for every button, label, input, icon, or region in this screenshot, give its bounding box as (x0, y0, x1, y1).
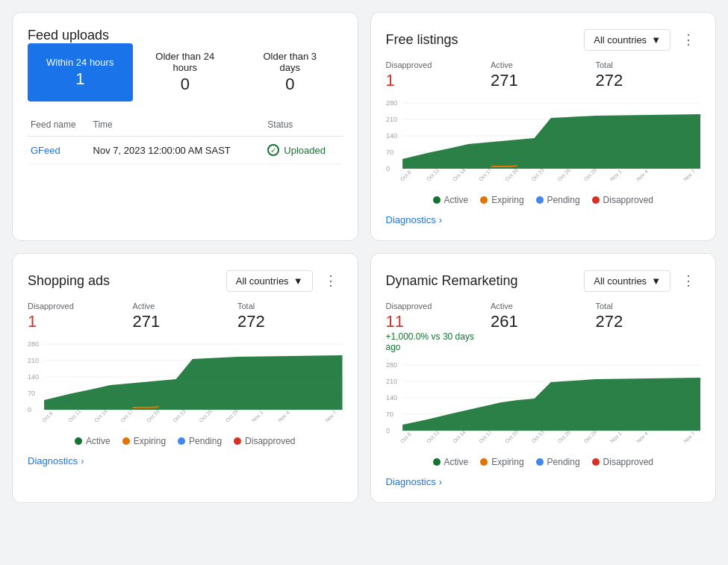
pending-dot (536, 458, 544, 466)
feed-status: ✓ Uploaded (267, 144, 339, 156)
dynamic-remarketing-disapproved: Disapproved 11 +1,000.0% vs 30 days ago (386, 302, 491, 352)
svg-text:280: 280 (386, 99, 397, 107)
svg-text:Oct 14: Oct 14 (93, 408, 108, 423)
dynamic-remarketing-more-button[interactable]: ⋮ (676, 269, 700, 293)
shopping-ads-country-dropdown[interactable]: All countries ▼ (226, 270, 313, 292)
feed-name-link[interactable]: GFeed (31, 145, 60, 156)
pending-dot (178, 437, 185, 445)
chevron-down-icon: ▼ (293, 275, 303, 287)
shopping-ads-card: Shopping ads All countries ▼ ⋮ Disapprov… (12, 253, 358, 503)
dynamic-remarketing-active: Active 261 (491, 302, 596, 352)
svg-text:Oct 29: Oct 29 (582, 167, 597, 182)
table-row: GFeed Nov 7, 2023 12:00:00 AM SAST ✓ Upl… (28, 137, 343, 164)
svg-text:Oct 23: Oct 23 (172, 408, 187, 423)
legend-active: Active (433, 457, 469, 467)
free-listings-disapproved: Disapproved 1 (386, 60, 491, 90)
free-listings-legend: Active Expiring Pending Disapproved (386, 195, 701, 205)
svg-text:Oct 26: Oct 26 (199, 408, 214, 423)
svg-text:Nov 7: Nov 7 (324, 410, 337, 423)
svg-text:280: 280 (386, 361, 397, 369)
svg-text:Nov 4: Nov 4 (635, 169, 648, 182)
dynamic-remarketing-card: Dynamic Remarketing All countries ▼ ⋮ Di… (370, 253, 717, 503)
svg-text:Oct 8: Oct 8 (41, 411, 54, 423)
legend-active: Active (433, 195, 469, 205)
dynamic-remarketing-controls: All countries ▼ ⋮ (584, 269, 700, 293)
free-listings-card: Free listings All countries ▼ ⋮ Disappro… (370, 12, 717, 241)
filter-3days[interactable]: Older than 3 days 0 (237, 43, 343, 102)
legend-disapproved: Disapproved (592, 457, 653, 467)
chevron-right-icon: › (81, 455, 84, 466)
legend-pending: Pending (178, 436, 222, 446)
svg-text:70: 70 (28, 390, 35, 397)
col-feed-name: Feed name (28, 113, 90, 137)
legend-expiring: Expiring (480, 195, 523, 205)
dynamic-remarketing-diagnostics-link[interactable]: Diagnostics › (386, 476, 701, 487)
shopping-ads-total: Total 272 (237, 302, 343, 331)
active-dot (433, 196, 441, 204)
svg-text:Nov 7: Nov 7 (682, 431, 696, 444)
free-listings-country-dropdown[interactable]: All countries ▼ (584, 29, 671, 51)
svg-text:140: 140 (386, 394, 397, 402)
col-time: Time (90, 113, 265, 137)
col-status: Status (264, 113, 342, 137)
dynamic-remarketing-header: Dynamic Remarketing All countries ▼ ⋮ (386, 269, 701, 293)
check-circle-icon: ✓ (267, 144, 279, 156)
shopping-ads-more-button[interactable]: ⋮ (319, 269, 343, 293)
shopping-ads-header: Shopping ads All countries ▼ ⋮ (28, 269, 343, 293)
filter-label-24h: Within 24 hours (46, 57, 113, 68)
svg-text:Oct 17: Oct 17 (119, 408, 134, 423)
chevron-right-icon: › (439, 476, 442, 487)
svg-text:Nov 7: Nov 7 (682, 169, 696, 182)
svg-text:Oct 17: Oct 17 (478, 167, 493, 182)
svg-text:Oct 11: Oct 11 (425, 167, 440, 182)
dynamic-remarketing-legend: Active Expiring Pending Disapproved (386, 457, 701, 467)
filter-24h[interactable]: Within 24 hours 1 (28, 43, 133, 102)
time-filter-group: Within 24 hours 1 Older than 24 hours 0 … (28, 43, 343, 102)
svg-text:Oct 20: Oct 20 (504, 167, 519, 182)
svg-text:Oct 8: Oct 8 (399, 431, 411, 444)
shopping-ads-legend: Active Expiring Pending Disapproved (28, 436, 343, 446)
free-listings-header: Free listings All countries ▼ ⋮ (386, 28, 701, 51)
svg-text:210: 210 (28, 357, 39, 364)
shopping-ads-title: Shopping ads (28, 273, 110, 289)
chevron-right-icon: › (439, 214, 442, 225)
svg-text:Oct 23: Oct 23 (530, 429, 545, 444)
svg-text:Oct 26: Oct 26 (556, 167, 571, 182)
svg-text:Oct 23: Oct 23 (530, 167, 545, 182)
expiring-dot (480, 458, 488, 466)
disapproved-dot (234, 437, 241, 445)
legend-active: Active (75, 436, 111, 446)
dynamic-remarketing-country-dropdown[interactable]: All countries ▼ (584, 270, 671, 292)
dynamic-remarketing-country-label: All countries (594, 275, 647, 287)
svg-text:Oct 17: Oct 17 (478, 429, 493, 444)
feed-uploads-title: Feed uploads (28, 28, 343, 43)
svg-text:70: 70 (386, 149, 393, 156)
shopping-ads-diagnostics-link[interactable]: Diagnostics › (28, 455, 343, 466)
disapproved-dot (592, 196, 600, 204)
svg-text:Nov 1: Nov 1 (251, 410, 264, 423)
dynamic-remarketing-total: Total 272 (596, 302, 701, 352)
shopping-ads-stats: Disapproved 1 Active 271 Total 272 (28, 302, 343, 331)
svg-text:Nov 4: Nov 4 (277, 410, 290, 423)
svg-text:Oct 14: Oct 14 (452, 429, 467, 444)
legend-disapproved: Disapproved (234, 436, 295, 446)
expiring-dot (480, 196, 488, 204)
shopping-ads-chart: 280 210 140 70 0 Oct 8 Oct 11 Oct 14 Oct… (28, 340, 343, 430)
dynamic-remarketing-title: Dynamic Remarketing (386, 273, 518, 289)
svg-text:Oct 26: Oct 26 (556, 429, 571, 444)
free-listings-more-button[interactable]: ⋮ (676, 28, 700, 51)
free-listings-diagnostics-link[interactable]: Diagnostics › (386, 214, 701, 225)
svg-text:Oct 29: Oct 29 (582, 429, 597, 444)
svg-text:Oct 20: Oct 20 (504, 429, 519, 444)
dynamic-remarketing-chart: 280 210 140 70 0 Oct 8 Oct 11 Oct 14 Oct… (386, 361, 701, 451)
legend-expiring: Expiring (122, 436, 166, 446)
active-dot (433, 458, 441, 466)
feed-table: Feed name Time Status GFeed Nov 7, 2023 … (28, 113, 343, 164)
filter-older-24h[interactable]: Older than 24 hours 0 (133, 43, 238, 102)
svg-text:Oct 11: Oct 11 (425, 429, 440, 444)
svg-text:Oct 8: Oct 8 (399, 169, 411, 182)
svg-text:Nov 1: Nov 1 (609, 431, 622, 444)
expiring-dot (122, 437, 130, 445)
filter-count-older24h: 0 (148, 75, 223, 94)
shopping-ads-disapproved: Disapproved 1 (28, 302, 133, 331)
